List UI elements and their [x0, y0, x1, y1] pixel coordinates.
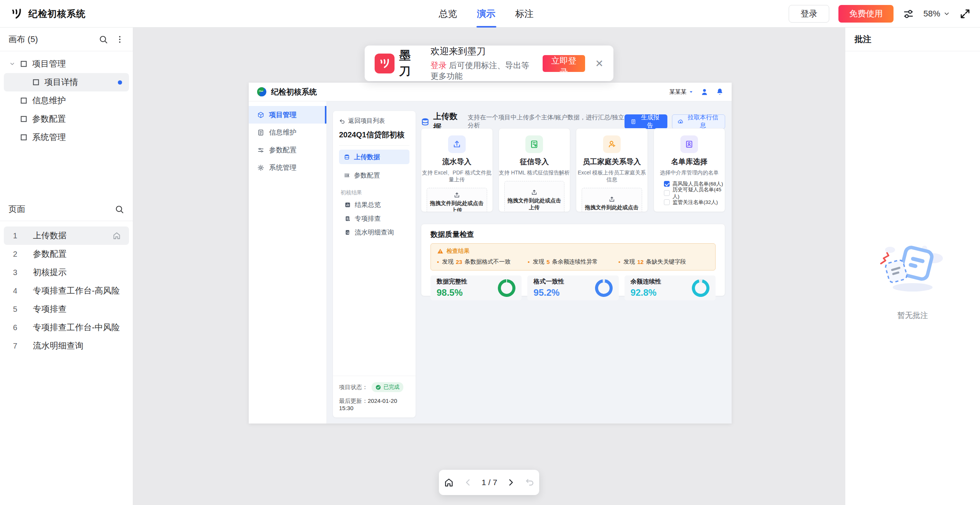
page-list-item[interactable]: 3 初核提示 [4, 263, 129, 282]
tab-present[interactable]: 演示 [477, 0, 496, 28]
project-nav-param-config[interactable]: 参数配置 [339, 168, 409, 182]
finding-count: 23 [456, 259, 462, 265]
page-list-item[interactable]: 1 上传数据 [4, 226, 129, 245]
tree-item-project-management[interactable]: 项目管理 [0, 55, 133, 73]
preferences-icon[interactable] [903, 8, 914, 20]
prev-page-icon[interactable] [463, 478, 473, 487]
tree-item-parameter-config[interactable]: 参数配置 [0, 110, 133, 128]
dropzone[interactable]: 拖拽文件到此处或点击上传 支持格式: xlsx, xls, pdf [427, 188, 487, 212]
metric-value: 95.2% [533, 287, 564, 298]
page-label: 参数配置 [33, 248, 67, 260]
more-menu-icon[interactable] [115, 35, 124, 44]
dropzone[interactable]: 拖拽文件到此处或点击上传 支持格式: html [504, 181, 565, 212]
list-option-regulator-watch[interactable]: 监管关注名单(32人) [664, 199, 725, 206]
mock-sidebar-item-params[interactable]: 参数配置 [249, 141, 326, 159]
generate-report-label: 生成报告 [639, 114, 661, 130]
page-label: 流水明细查询 [33, 340, 83, 352]
finding-prefix: 发现 [442, 258, 453, 266]
restart-icon[interactable] [525, 477, 535, 487]
free-use-button[interactable]: 免费使用 [838, 5, 894, 23]
status-text: 已完成 [383, 384, 400, 391]
brand-wordmark: 墨刀 [399, 48, 417, 79]
finding-count: 5 [546, 259, 550, 265]
project-nav-results-overview[interactable]: 结果总览 [339, 198, 409, 212]
fullscreen-icon[interactable] [959, 8, 971, 20]
mock-sidebar-item-info[interactable]: 信息维护 [249, 124, 326, 141]
banner-subtitle: 登录后可使用标注、导出等更多功能 [430, 60, 531, 81]
next-page-icon[interactable] [506, 478, 515, 487]
person-add-icon [603, 135, 621, 153]
user-icon[interactable] [700, 88, 709, 96]
chevron-down-icon[interactable] [9, 61, 15, 67]
page-list-item[interactable]: 4 专项排查工作台-高风险 [4, 282, 129, 300]
comments-empty-text: 暂无批注 [845, 310, 980, 321]
status-label: 项目状态： [339, 384, 368, 391]
page-list-item[interactable]: 6 专项排查工作台-中风险 [4, 318, 129, 337]
project-nav-upload-data[interactable]: 上传数据 [339, 150, 409, 164]
checkbox[interactable] [664, 199, 670, 205]
upload-card-lists: 名单库选择 选择中介库管理内的名单 高风险人员名单(68人) [654, 128, 726, 212]
tree-item-label: 项目管理 [32, 58, 66, 70]
metric-label: 数据完整性 [437, 278, 467, 286]
page-list-item[interactable]: 7 流水明细查询 [4, 337, 129, 355]
login-button[interactable]: 登录 [789, 5, 829, 23]
search-icon[interactable] [114, 204, 124, 214]
metric-data-completeness: 数据完整性 98.5% [430, 275, 522, 300]
close-icon[interactable]: ✕ [595, 59, 603, 68]
mock-sidebar-item-project[interactable]: 项目管理 [249, 106, 326, 124]
tab-annotate-label: 标注 [515, 8, 534, 20]
app-brand: 纪检初核系统 [10, 0, 86, 28]
mock-sidebar-item-system[interactable]: 系统管理 [249, 159, 326, 176]
tab-annotate[interactable]: 标注 [515, 0, 534, 28]
user-menu[interactable]: 某某某 [669, 88, 693, 96]
mock-sidebar-label: 系统管理 [269, 163, 297, 172]
upload-tray-icon [453, 192, 460, 199]
zoom-control[interactable]: 58% [923, 9, 950, 19]
option-label: 监管关注名单(32人) [673, 199, 718, 206]
dropzone[interactable]: 拖拽文件到此处或点击上传 支持格式: xlsx, xls [582, 188, 642, 212]
back-to-projects[interactable]: 返回项目列表 [339, 117, 409, 125]
donut-chart [690, 277, 711, 298]
dropzone-text: 拖拽文件到此处或点击上传 [584, 204, 640, 212]
home-icon[interactable] [444, 477, 454, 488]
alert-findings: • 发现 23 条数据格式不一致 • 发现 5 [437, 258, 709, 266]
page-list-item[interactable]: 5 专项排查 [4, 300, 129, 318]
quality-title: 数据质量检查 [430, 230, 716, 239]
project-nav-label: 专项排查 [355, 214, 381, 223]
tree-item-system-management[interactable]: 系统管理 [0, 128, 133, 147]
page-list-item[interactable]: 2 参数配置 [4, 245, 129, 263]
bell-icon[interactable] [716, 88, 724, 96]
login-link[interactable]: 登录 [430, 61, 447, 70]
mock-sidebar-label: 参数配置 [269, 145, 297, 155]
cube-icon [257, 111, 264, 119]
generate-report-button[interactable]: 生成报告 [625, 114, 667, 129]
tree-item-info-maintenance[interactable]: 信息维护 [0, 91, 133, 110]
project-nav-special-check[interactable]: 专项排查 [339, 212, 409, 225]
project-nav-flow-detail[interactable]: 流水明细查询 [339, 225, 409, 239]
checkbox[interactable] [664, 181, 670, 187]
banner-title: 欢迎来到墨刀 [430, 45, 531, 57]
login-now-button[interactable]: 立即登录 [543, 55, 585, 72]
project-nav-label: 结果总览 [355, 200, 381, 209]
checkbox[interactable] [664, 190, 670, 196]
page-number: 6 [13, 323, 24, 332]
tree-item-project-detail[interactable]: 项目详情 [4, 73, 129, 91]
app-title: 纪检初核系统 [28, 8, 86, 20]
updated-label: 最后更新： [339, 397, 368, 404]
upload-card-row: 流水导入 支持 Excel、PDF 格式文件批量上传 拖拽文件到此处或点击上传 … [421, 128, 725, 212]
layers-panel: 画布 (5) 项目管理 [0, 28, 133, 505]
presentation-canvas: 墨刀 欢迎来到墨刀 登录后可使用标注、导出等更多功能 立即登录 ✕ 纪检初核系统 [133, 28, 845, 505]
search-icon[interactable] [98, 34, 108, 44]
pages-section-header: 页面 [0, 197, 133, 221]
metric-label: 余额连续性 [631, 278, 661, 286]
list-option-history-suspect[interactable]: 历史可疑人员名单(45人) [664, 189, 725, 197]
tree-item-label: 参数配置 [32, 113, 66, 125]
back-label: 返回项目列表 [348, 117, 385, 125]
id-badge-icon [680, 135, 698, 153]
frame-icon [20, 97, 28, 104]
tab-overview[interactable]: 总览 [439, 0, 457, 28]
finding-item: • 发现 23 条数据格式不一致 [437, 258, 528, 266]
upload-subtitle: 支持在一个项目中上传多个主体/账户数据，进行汇总/独立分析 [468, 114, 625, 130]
fetch-bank-info-button[interactable]: 拉取本行信息 [672, 114, 725, 129]
page-label: 专项排查 [33, 303, 67, 315]
